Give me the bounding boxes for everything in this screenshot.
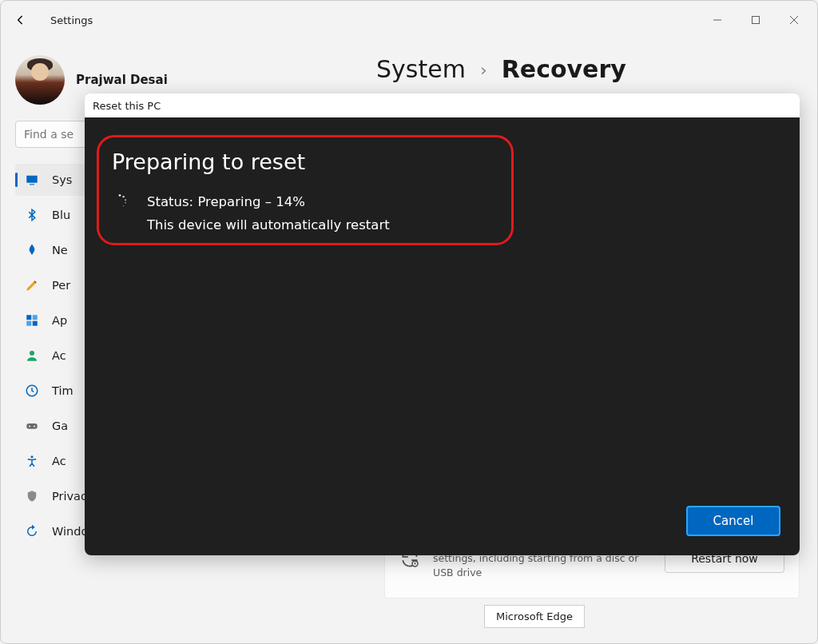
svg-rect-3 bbox=[26, 315, 31, 320]
accounts-icon bbox=[25, 348, 39, 363]
window-controls bbox=[699, 7, 812, 33]
accessibility-icon bbox=[25, 454, 39, 468]
svg-rect-5 bbox=[26, 321, 31, 326]
privacy-icon bbox=[25, 489, 39, 503]
dialog-body: Preparing to reset Status: Preparing – 1… bbox=[85, 117, 800, 555]
sidebar-item-label: Tim bbox=[52, 384, 73, 397]
svg-rect-1 bbox=[26, 176, 38, 183]
svg-point-10 bbox=[29, 425, 30, 427]
bluetooth-icon bbox=[25, 208, 39, 222]
chevron-right-icon: › bbox=[480, 60, 487, 80]
breadcrumb-leaf: Recovery bbox=[502, 55, 626, 83]
gaming-icon bbox=[25, 419, 39, 433]
avatar bbox=[15, 55, 65, 105]
sidebar-item-label: Ne bbox=[52, 244, 68, 256]
reset-pc-dialog: Reset this PC Preparing to reset Status:… bbox=[85, 93, 800, 555]
system-icon bbox=[25, 173, 39, 187]
svg-rect-9 bbox=[26, 423, 38, 429]
minimize-button[interactable] bbox=[699, 7, 736, 33]
app-title: Settings bbox=[50, 14, 93, 26]
svg-point-16 bbox=[125, 199, 126, 201]
svg-point-7 bbox=[30, 351, 34, 356]
close-button[interactable] bbox=[776, 7, 812, 33]
cancel-button[interactable]: Cancel bbox=[686, 506, 780, 536]
titlebar: Settings bbox=[1, 1, 817, 39]
svg-point-11 bbox=[34, 425, 35, 427]
sidebar-item-label: Ac bbox=[52, 349, 66, 362]
breadcrumb: System › Recovery bbox=[376, 55, 795, 83]
network-icon bbox=[25, 243, 39, 257]
svg-rect-2 bbox=[30, 184, 34, 185]
svg-rect-4 bbox=[33, 315, 38, 320]
svg-point-18 bbox=[123, 205, 125, 207]
spinner-icon bbox=[112, 193, 128, 209]
svg-rect-6 bbox=[33, 321, 38, 326]
update-icon bbox=[25, 524, 39, 539]
svg-rect-0 bbox=[752, 17, 760, 24]
taskbar-tooltip: Microsoft Edge bbox=[484, 605, 585, 628]
personalization-icon bbox=[25, 278, 39, 292]
svg-point-14 bbox=[119, 194, 121, 197]
helper-text: This device will automatically restart bbox=[147, 217, 772, 233]
apps-icon bbox=[25, 313, 39, 328]
svg-point-15 bbox=[122, 196, 124, 197]
back-button[interactable] bbox=[6, 5, 36, 35]
user-name: Prajwal Desai bbox=[76, 73, 168, 87]
breadcrumb-root[interactable]: System bbox=[376, 55, 466, 83]
maximize-button[interactable] bbox=[737, 7, 774, 33]
sidebar-item-label: Ap bbox=[52, 314, 67, 327]
sidebar-item-label: Blu bbox=[52, 209, 70, 221]
sidebar-item-label: Sys bbox=[52, 173, 72, 186]
status-label: Status: Preparing – 14% bbox=[147, 194, 305, 209]
svg-point-17 bbox=[125, 202, 126, 204]
status-row: Status: Preparing – 14% bbox=[112, 193, 772, 209]
svg-point-12 bbox=[31, 455, 34, 458]
dialog-title: Reset this PC bbox=[85, 93, 800, 117]
sidebar-item-label: Ga bbox=[52, 419, 68, 432]
dialog-heading: Preparing to reset bbox=[112, 149, 772, 174]
sidebar-item-label: Per bbox=[52, 279, 70, 292]
time-icon bbox=[25, 384, 39, 398]
sidebar-item-label: Ac bbox=[52, 455, 66, 467]
